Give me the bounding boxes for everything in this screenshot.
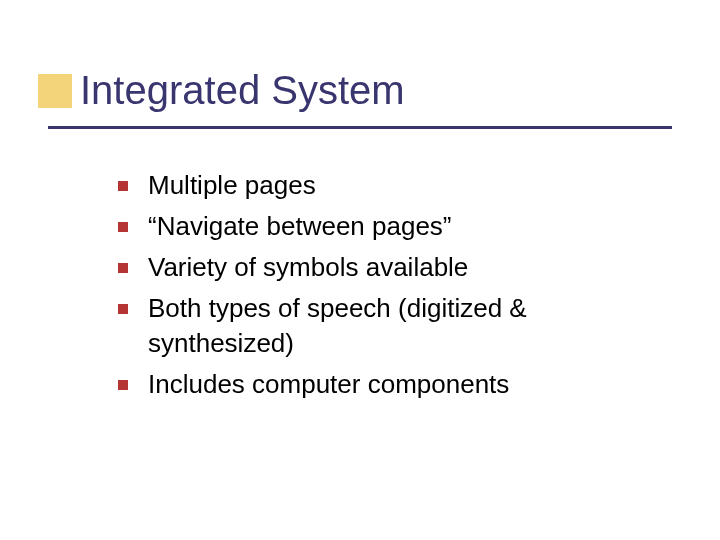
list-item-text: Variety of symbols available xyxy=(148,250,678,285)
list-item: Includes computer components xyxy=(118,367,678,402)
slide-title: Integrated System xyxy=(80,68,405,113)
list-item-text: “Navigate between pages” xyxy=(148,209,678,244)
slide: Integrated System Multiple pages “Naviga… xyxy=(0,0,720,540)
list-item: “Navigate between pages” xyxy=(118,209,678,244)
list-item-text: Multiple pages xyxy=(148,168,678,203)
bullet-list: Multiple pages “Navigate between pages” … xyxy=(118,168,678,409)
list-item: Multiple pages xyxy=(118,168,678,203)
list-item: Variety of symbols available xyxy=(118,250,678,285)
list-item: Both types of speech (digitized & synthe… xyxy=(118,291,678,361)
list-item-text: Includes computer components xyxy=(148,367,678,402)
square-bullet-icon xyxy=(118,181,128,191)
title-underline xyxy=(48,126,672,129)
square-bullet-icon xyxy=(118,222,128,232)
square-bullet-icon xyxy=(118,304,128,314)
accent-square xyxy=(38,74,72,108)
square-bullet-icon xyxy=(118,380,128,390)
list-item-text: Both types of speech (digitized & synthe… xyxy=(148,291,678,361)
square-bullet-icon xyxy=(118,263,128,273)
